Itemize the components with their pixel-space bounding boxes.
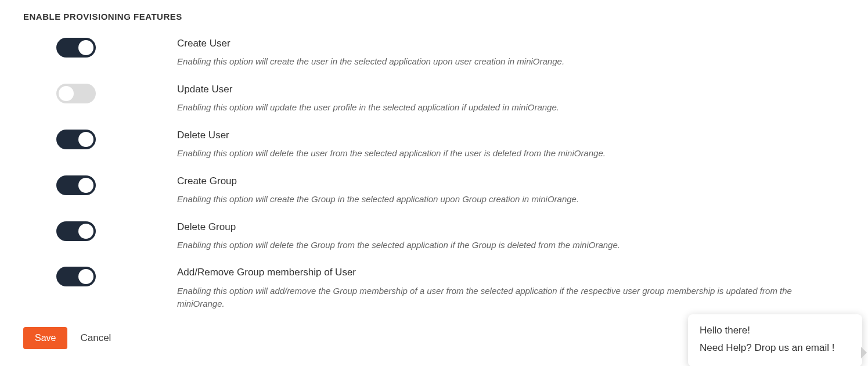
feature-row-delete-user: Delete User Enabling this option will de…	[23, 130, 845, 160]
toggle-create-group[interactable]	[56, 175, 96, 195]
feature-row-group-membership: Add/Remove Group membership of User Enab…	[23, 267, 845, 310]
feature-title: Create User	[177, 38, 822, 49]
feature-row-delete-group: Delete Group Enabling this option will d…	[23, 221, 845, 252]
feature-title: Update User	[177, 84, 822, 95]
feature-title: Delete User	[177, 130, 822, 141]
feature-description: Enabling this option will add/remove the…	[177, 285, 822, 311]
features-list: Create User Enabling this option will cr…	[23, 38, 845, 311]
toggle-update-user[interactable]	[56, 84, 96, 103]
feature-title: Create Group	[177, 175, 822, 187]
feature-row-update-user: Update User Enabling this option will up…	[23, 84, 845, 114]
feature-description: Enabling this option will create the Gro…	[177, 193, 822, 206]
chat-popup[interactable]: Hello there! Need Help? Drop us an email…	[688, 314, 862, 366]
cancel-button[interactable]: Cancel	[80, 332, 111, 344]
feature-description: Enabling this option will delete the Gro…	[177, 239, 822, 252]
chat-greeting: Hello there!	[700, 325, 851, 336]
section-title: ENABLE PROVISIONING FEATURES	[23, 12, 845, 21]
feature-row-create-group: Create Group Enabling this option will c…	[23, 175, 845, 206]
chat-arrow-icon	[861, 347, 867, 358]
feature-description: Enabling this option will create the use…	[177, 55, 822, 69]
feature-description: Enabling this option will update the use…	[177, 101, 822, 114]
toggle-create-user[interactable]	[56, 38, 96, 58]
chat-help-text: Need Help? Drop us an email !	[700, 342, 851, 354]
feature-title: Delete Group	[177, 221, 822, 233]
feature-description: Enabling this option will delete the use…	[177, 147, 822, 160]
toggle-delete-user[interactable]	[56, 130, 96, 149]
feature-row-create-user: Create User Enabling this option will cr…	[23, 38, 845, 69]
toggle-delete-group[interactable]	[56, 221, 96, 241]
feature-title: Add/Remove Group membership of User	[177, 267, 822, 278]
toggle-group-membership[interactable]	[56, 267, 96, 286]
save-button[interactable]: Save	[23, 327, 67, 349]
